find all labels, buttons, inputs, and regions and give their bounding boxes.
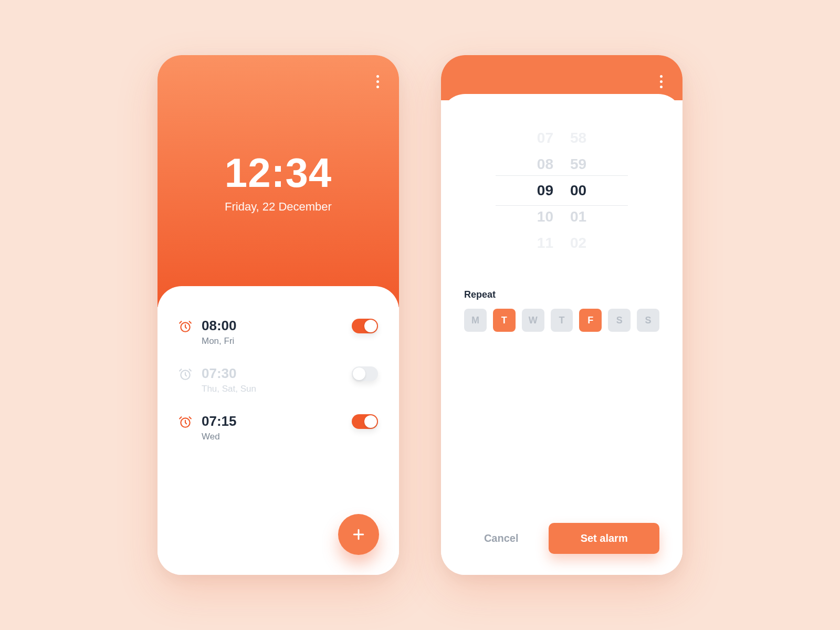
time-picker[interactable]: 07 08 09 10 11 58 59 00 01 02 <box>464 123 659 258</box>
more-icon <box>376 75 379 78</box>
alarm-toggle[interactable] <box>352 414 378 429</box>
alarm-toggle[interactable] <box>352 366 378 381</box>
alarm-clock-icon <box>178 320 192 333</box>
edit-sheet: 07 08 09 10 11 58 59 00 01 02 Repeat M T… <box>441 94 682 575</box>
more-options-button[interactable] <box>372 71 383 92</box>
alarm-time-label: 07:15 <box>202 413 342 429</box>
add-alarm-button[interactable] <box>338 514 379 555</box>
alarm-row[interactable]: 08:00 Mon, Fri <box>178 308 378 356</box>
day-chip-sat[interactable]: S <box>608 309 631 332</box>
alarm-toggle[interactable] <box>352 319 378 333</box>
action-bar: Cancel Set alarm <box>464 507 659 554</box>
day-chip-tue[interactable]: T <box>493 309 516 332</box>
day-chip-sun[interactable]: S <box>637 309 659 332</box>
more-icon <box>660 75 663 78</box>
plus-icon <box>351 527 366 542</box>
day-chip-fri[interactable]: F <box>579 309 602 332</box>
alarm-time-label: 08:00 <box>202 318 342 334</box>
minute-wheel[interactable]: 58 59 00 01 02 <box>570 130 586 251</box>
repeat-days: M T W T F S S <box>464 309 659 332</box>
day-chip-wed[interactable]: W <box>522 309 544 332</box>
alarm-clock-icon <box>178 415 192 429</box>
alarm-list-card: 08:00 Mon, Fri 07:30 Thu, Sat, Sun 07:15… <box>158 286 399 575</box>
alarm-days-label: Wed <box>202 432 342 442</box>
alarm-time-label: 07:30 <box>202 365 342 382</box>
cancel-button[interactable]: Cancel <box>464 523 538 554</box>
hero-header: 12:34 Friday, 22 December <box>158 55 399 307</box>
alarm-row[interactable]: 07:15 Wed <box>178 404 378 452</box>
current-time: 12:34 <box>225 149 332 197</box>
alarm-row[interactable]: 07:30 Thu, Sat, Sun <box>178 356 378 404</box>
alarm-list-screen: 12:34 Friday, 22 December 08:00 Mon, Fri… <box>158 55 399 575</box>
current-date: Friday, 22 December <box>225 200 332 214</box>
alarm-days-label: Thu, Sat, Sun <box>202 384 342 394</box>
day-chip-mon[interactable]: M <box>464 309 487 332</box>
hour-wheel[interactable]: 07 08 09 10 11 <box>537 130 553 251</box>
set-alarm-button[interactable]: Set alarm <box>549 523 659 554</box>
alarm-clock-icon <box>178 368 192 381</box>
day-chip-thu[interactable]: T <box>551 309 573 332</box>
repeat-label: Repeat <box>464 289 659 300</box>
alarm-days-label: Mon, Fri <box>202 336 342 346</box>
set-alarm-screen: 07 08 09 10 11 58 59 00 01 02 Repeat M T… <box>441 55 682 575</box>
more-options-button[interactable] <box>656 71 667 92</box>
